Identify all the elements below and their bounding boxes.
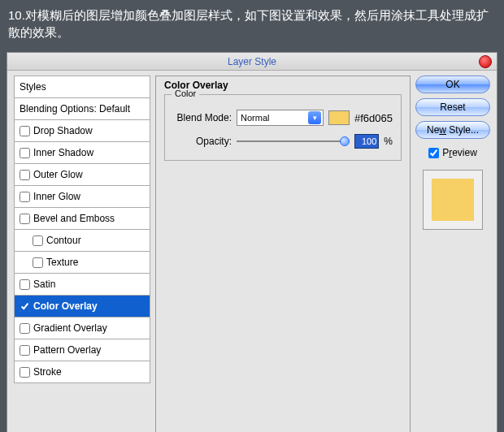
- checkbox-outer-glow[interactable]: [20, 170, 30, 180]
- opacity-label: Opacity:: [173, 136, 232, 147]
- checkbox-bevel-emboss[interactable]: [20, 214, 30, 224]
- label-contour: Contour: [46, 235, 81, 246]
- label-inner-glow: Inner Glow: [33, 191, 80, 202]
- instruction-text: 10.对模糊后的图层增加颜色叠加图层样式，如下图设置和效果，然后用涂抹工具处理成…: [0, 0, 504, 47]
- dialog-body: Styles Blending Options: Default Drop Sh…: [7, 71, 497, 432]
- style-pattern-overlay[interactable]: Pattern Overlay: [15, 339, 150, 361]
- fieldset-legend: Color: [172, 89, 199, 98]
- label-pattern-overlay: Pattern Overlay: [33, 344, 101, 356]
- checkbox-gradient-overlay[interactable]: [20, 323, 30, 334]
- dialog-title: Layer Style: [228, 56, 276, 67]
- style-outer-glow[interactable]: Outer Glow: [15, 164, 150, 186]
- checkbox-inner-glow[interactable]: [20, 192, 30, 202]
- style-gradient-overlay[interactable]: Gradient Overlay: [15, 318, 150, 339]
- reset-button[interactable]: Reset: [415, 98, 490, 116]
- blend-mode-row: Blend Mode: Normal ▾ #f6d065: [173, 110, 393, 126]
- blend-mode-value: Normal: [241, 113, 269, 123]
- checkbox-pattern-overlay[interactable]: [20, 345, 30, 356]
- blend-mode-label: Blend Mode:: [173, 112, 232, 123]
- style-inner-glow[interactable]: Inner Glow: [15, 186, 150, 208]
- label-stroke: Stroke: [33, 366, 62, 378]
- checkbox-inner-shadow[interactable]: [20, 148, 30, 158]
- label-inner-shadow: Inner Shadow: [33, 147, 93, 158]
- label-satin: Satin: [33, 279, 55, 290]
- checkbox-texture[interactable]: [33, 257, 43, 268]
- color-fieldset: Color Blend Mode: Normal ▾ #f6d065 Opaci…: [164, 94, 402, 161]
- blend-mode-dropdown[interactable]: Normal ▾: [237, 110, 324, 126]
- opacity-row: Opacity: %: [173, 134, 393, 149]
- chevron-updown-icon[interactable]: ▾: [308, 111, 321, 124]
- styles-panel: Styles Blending Options: Default Drop Sh…: [14, 76, 150, 432]
- panel-title: Color Overlay: [164, 80, 402, 91]
- label-outer-glow: Outer Glow: [33, 169, 83, 180]
- style-satin[interactable]: Satin: [15, 274, 150, 296]
- style-inner-shadow[interactable]: Inner Shadow: [15, 142, 150, 164]
- center-panel: Color Overlay Color Blend Mode: Normal ▾…: [155, 76, 411, 432]
- label-gradient-overlay: Gradient Overlay: [33, 322, 107, 334]
- slider-thumb[interactable]: [340, 136, 350, 146]
- ok-button[interactable]: OK: [415, 76, 490, 93]
- opacity-slider[interactable]: [237, 140, 350, 142]
- blending-options-row[interactable]: Blending Options: Default: [15, 98, 150, 120]
- right-panel: OK Reset New Style... Preview: [415, 76, 490, 432]
- label-drop-shadow: Drop Shadow: [33, 125, 93, 136]
- preview-box: [423, 170, 483, 230]
- preview-label: Preview: [442, 147, 477, 158]
- checkbox-contour[interactable]: [33, 235, 43, 246]
- style-texture[interactable]: Texture: [15, 252, 150, 274]
- label-bevel-emboss: Bevel and Emboss: [33, 213, 115, 224]
- style-bevel-emboss[interactable]: Bevel and Emboss: [15, 208, 150, 230]
- checkbox-color-overlay[interactable]: [20, 301, 30, 312]
- preview-swatch: [432, 179, 474, 221]
- style-drop-shadow[interactable]: Drop Shadow: [15, 120, 150, 142]
- color-swatch[interactable]: [328, 110, 350, 125]
- close-icon[interactable]: [479, 55, 492, 68]
- opacity-unit: %: [384, 136, 393, 147]
- hex-value: #f6d065: [354, 112, 393, 124]
- preview-checkbox[interactable]: [428, 148, 439, 158]
- checkbox-drop-shadow[interactable]: [20, 126, 30, 136]
- preview-row: Preview: [415, 147, 490, 158]
- style-stroke[interactable]: Stroke: [15, 361, 150, 383]
- layer-style-dialog: Layer Style Styles Blending Options: Def…: [7, 52, 497, 432]
- style-color-overlay[interactable]: Color Overlay: [15, 296, 150, 318]
- new-style-button[interactable]: New Style...: [415, 121, 490, 139]
- checkbox-stroke[interactable]: [20, 367, 30, 378]
- checkbox-satin[interactable]: [20, 279, 30, 290]
- label-texture: Texture: [46, 257, 78, 268]
- label-color-overlay: Color Overlay: [33, 300, 98, 312]
- styles-header[interactable]: Styles: [15, 76, 150, 98]
- dialog-titlebar: Layer Style: [7, 53, 497, 71]
- style-contour[interactable]: Contour: [15, 230, 150, 252]
- opacity-input[interactable]: [354, 134, 379, 149]
